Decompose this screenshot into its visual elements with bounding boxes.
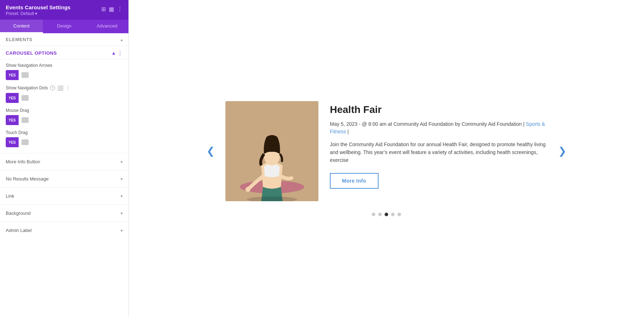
show-nav-arrows-field: Show Navigation Arrows YES <box>0 59 128 81</box>
admin-label-label: Admin Label <box>6 228 31 233</box>
dot-2[interactable] <box>378 213 382 216</box>
show-nav-dots-label: Show Navigation Dots <box>6 85 48 90</box>
carousel-options-menu-icon[interactable]: ⋮ <box>117 50 123 56</box>
carousel-dots <box>372 213 401 216</box>
toggle-yes-label: YES <box>6 137 19 147</box>
touch-drag-label: Touch Drag <box>6 130 123 135</box>
toggle-slider[interactable] <box>19 70 31 80</box>
event-image <box>225 101 318 201</box>
carousel-info: Health Fair May 5, 2023 - @ 8:00 am at C… <box>330 101 547 189</box>
admin-label-header[interactable]: Admin Label ▾ <box>0 222 128 239</box>
carousel-options-collapse-icon[interactable]: ▴ <box>112 50 115 56</box>
show-nav-dots-label-row: Show Navigation Dots ? ⬜ ⋮ <box>6 85 123 91</box>
no-results-message-label: No Results Message <box>6 176 49 182</box>
mouse-drag-label: Mouse Drag <box>6 108 123 113</box>
show-nav-dots-toggle[interactable]: YES <box>6 93 31 103</box>
more-info-button-chevron-icon: ▾ <box>121 159 123 164</box>
elements-chevron-up-icon[interactable]: ▴ <box>121 37 123 42</box>
event-title: Health Fair <box>330 104 547 115</box>
toggle-yes-label: YES <box>6 70 19 80</box>
toggle-yes-label: YES <box>6 115 19 125</box>
elements-section-header: Elements ▴ <box>0 33 128 46</box>
sidebar-content: Elements ▴ Carousel Options ▴ ⋮ Show Nav… <box>0 33 128 317</box>
carousel-options-icons: ▴ ⋮ <box>112 50 123 56</box>
toggle-slider[interactable] <box>19 93 31 103</box>
svg-point-3 <box>245 187 250 192</box>
tab-advanced[interactable]: Advanced <box>86 20 128 33</box>
toggle-slider[interactable] <box>19 115 31 125</box>
touch-drag-toggle[interactable]: YES <box>6 137 31 147</box>
background-label: Background <box>6 210 30 216</box>
sidebar-tabs: Content Design Advanced <box>0 20 128 33</box>
event-location: Community Aid Foundation by Community Ai… <box>394 121 522 127</box>
event-meta: May 5, 2023 - @ 8:00 am at Community Aid… <box>330 120 547 135</box>
field-dots-menu-icon[interactable]: ⋮ <box>65 85 70 91</box>
toggle-slider[interactable] <box>19 137 31 147</box>
link-label: Link <box>6 193 14 199</box>
link-header[interactable]: Link ▾ <box>0 188 128 204</box>
carousel-next-arrow[interactable]: ❯ <box>555 142 570 160</box>
event-description: Join the Community Aid Foundation for ou… <box>330 140 547 164</box>
show-nav-dots-field: Show Navigation Dots ? ⬜ ⋮ YES <box>0 81 128 104</box>
more-info-button-section: More Info Button ▾ <box>0 153 128 170</box>
event-at: at <box>388 121 394 127</box>
more-options-icon[interactable]: ⋮ <box>117 6 123 13</box>
toggle-yes-label: YES <box>6 93 19 103</box>
dot-3-active[interactable] <box>385 213 388 216</box>
carousel-prev-arrow[interactable]: ❮ <box>203 142 218 160</box>
carousel-options-header: Carousel Options ▴ ⋮ <box>0 46 128 59</box>
sidebar-header: Events Carousel Settings Preset: Default… <box>0 0 128 20</box>
tab-content[interactable]: Content <box>0 20 43 33</box>
sidebar-preset[interactable]: Preset: Default ▾ <box>6 11 70 16</box>
no-results-message-chevron-icon: ▾ <box>121 177 123 182</box>
more-info-button-header[interactable]: More Info Button ▾ <box>0 153 128 170</box>
responsive-icon[interactable]: ⊞ <box>101 6 106 13</box>
carousel-wrapper: ❮ <box>190 101 583 201</box>
background-chevron-icon: ▾ <box>121 211 123 216</box>
carousel-card: Health Fair May 5, 2023 - @ 8:00 am at C… <box>225 101 547 201</box>
admin-label-chevron-icon: ▾ <box>121 228 123 233</box>
sidebar-header-icons: ⊞ ▦ ⋮ <box>101 6 123 13</box>
tab-design[interactable]: Design <box>43 20 86 33</box>
dot-1[interactable] <box>372 213 375 216</box>
help-icon[interactable]: ? <box>50 85 55 90</box>
background-header[interactable]: Background ▾ <box>0 205 128 222</box>
mouse-drag-field: Mouse Drag YES <box>0 104 128 127</box>
more-info-button-label: More Info Button <box>6 159 40 164</box>
elements-label: Elements <box>6 37 33 42</box>
sidebar-title: Events Carousel Settings <box>6 4 70 10</box>
carousel-options-label: Carousel Options <box>6 50 57 56</box>
show-nav-arrows-label: Show Navigation Arrows <box>6 63 123 68</box>
event-image-svg <box>225 101 318 201</box>
layout-icon[interactable]: ▦ <box>109 6 114 13</box>
show-nav-arrows-toggle[interactable]: YES <box>6 70 31 80</box>
no-results-message-section: No Results Message ▾ <box>0 170 128 187</box>
event-date: May 5, 2023 - @ 8:00 am <box>330 121 386 127</box>
sidebar: Events Carousel Settings Preset: Default… <box>0 0 129 317</box>
no-results-message-header[interactable]: No Results Message ▾ <box>0 170 128 187</box>
link-section: Link ▾ <box>0 187 128 204</box>
touch-drag-field: Touch Drag YES <box>0 127 128 149</box>
main-content: ❮ <box>129 0 644 317</box>
dot-5[interactable] <box>397 213 401 216</box>
mouse-drag-toggle[interactable]: YES <box>6 115 31 125</box>
device-icon[interactable]: ⬜ <box>57 85 63 91</box>
background-section: Background ▾ <box>0 204 128 222</box>
admin-label-section: Admin Label ▾ <box>0 222 128 239</box>
more-info-button[interactable]: More Info <box>330 173 379 189</box>
link-chevron-icon: ▾ <box>121 194 123 199</box>
dot-4[interactable] <box>391 213 395 216</box>
